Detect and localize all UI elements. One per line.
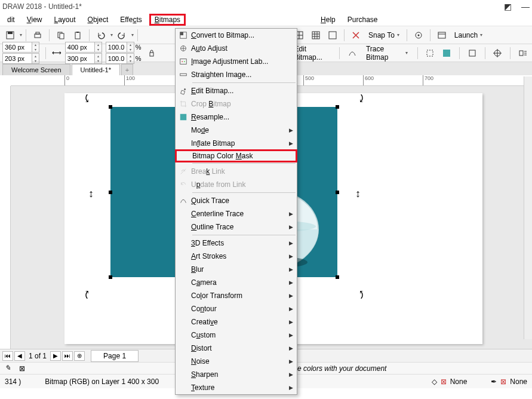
- menu-effects[interactable]: Effects: [115, 14, 146, 25]
- page-prev-button[interactable]: ◀: [14, 351, 25, 361]
- menu-item-blur[interactable]: Blur▶: [176, 263, 297, 276]
- handle-bl[interactable]: [109, 275, 112, 279]
- save-icon[interactable]: [2, 27, 18, 43]
- menu-item-sharpen[interactable]: Sharpen▶: [176, 368, 297, 381]
- menu-item-label: Convert to Bitmap...: [191, 31, 293, 39]
- menu-item-center[interactable]: Centerline Trace▶: [176, 207, 297, 220]
- menu-item-noise[interactable]: Noise▶: [176, 355, 297, 368]
- svg-rect-20: [438, 32, 445, 38]
- undo-icon[interactable]: [93, 27, 109, 43]
- menu-item-convert[interactable]: Convert to Bitmap...: [176, 29, 297, 42]
- handle-ml[interactable]: [109, 191, 112, 194]
- menu-item-custom[interactable]: Custom▶: [176, 329, 297, 342]
- tab-document[interactable]: Untitled-1*: [72, 64, 120, 75]
- menu-item-3d[interactable]: 3D Effects▶: [176, 237, 297, 250]
- tab-add[interactable]: +: [121, 64, 133, 75]
- menu-item-mask[interactable]: Bitmap Color Mask: [175, 149, 297, 162]
- trace-bitmap-button[interactable]: Trace Bitmap▾: [362, 46, 411, 60]
- menu-item-edit[interactable]: Edit Bitmap...: [176, 84, 297, 97]
- menu-item-ial[interactable]: Image Adjustment Lab...: [176, 55, 297, 68]
- menu-item-inflate[interactable]: Inflate Bitmap▶: [176, 137, 297, 150]
- svg-rect-1: [8, 32, 13, 34]
- lock-ratio-icon[interactable]: [145, 45, 158, 61]
- menu-layout[interactable]: Layout: [50, 14, 81, 25]
- menu-item-art[interactable]: Art Strokes▶: [176, 250, 297, 263]
- svg-point-46: [182, 61, 183, 62]
- submenu-arrow-icon: ▶: [289, 319, 293, 325]
- menu-item-texture[interactable]: Texture▶: [176, 381, 297, 394]
- resample-tool-icon[interactable]: [440, 45, 453, 61]
- page-tab[interactable]: Page 1: [91, 350, 139, 362]
- status-fill[interactable]: ◇ ⊠ None: [432, 377, 468, 386]
- menu-purchase[interactable]: Purchase: [343, 14, 383, 25]
- handle-tr[interactable]: [336, 105, 339, 109]
- menu-item-mode[interactable]: Mode▶: [176, 124, 297, 137]
- menu-item-straight[interactable]: Straighten Image...: [176, 68, 297, 81]
- grid2-icon[interactable]: [308, 27, 324, 43]
- menu-item-label: Blur: [191, 265, 287, 274]
- launch-dropdown[interactable]: Launch▾: [451, 28, 486, 42]
- menu-item-contour[interactable]: Contour▶: [176, 302, 297, 315]
- menu-item-distort[interactable]: Distort▶: [176, 342, 297, 355]
- handle-tl[interactable]: [109, 105, 112, 109]
- page-count: 1 of 1: [26, 352, 49, 360]
- redo-icon[interactable]: [114, 27, 130, 43]
- menu-item-colort[interactable]: Color Transform▶: [176, 289, 297, 302]
- menu-item-resample[interactable]: Resample...: [176, 111, 297, 124]
- menu-item-label: Outline Trace: [191, 223, 287, 231]
- menu-item-label: Distort: [191, 344, 287, 352]
- crop-tool-icon[interactable]: [423, 45, 436, 61]
- page-next-button[interactable]: ▶: [50, 351, 61, 361]
- grid3-icon[interactable]: [325, 27, 340, 43]
- menu-item-label: Centerline Trace: [191, 210, 287, 218]
- page-last-button[interactable]: ⏭: [62, 351, 73, 361]
- wrap-icon[interactable]: [516, 45, 530, 61]
- handle-br[interactable]: [336, 275, 339, 279]
- menu-item-crop: Crop Bitmap: [176, 97, 297, 111]
- align-icon[interactable]: [491, 45, 505, 61]
- page-first-button[interactable]: ⏮: [2, 351, 13, 361]
- launch-icon[interactable]: [434, 27, 450, 43]
- transform-icon[interactable]: [466, 45, 479, 61]
- submenu-arrow-icon: ▶: [289, 306, 293, 312]
- right-docker[interactable]: [524, 76, 532, 339]
- x-position-field[interactable]: ▴▾: [2, 42, 39, 53]
- copy-icon[interactable]: [53, 27, 69, 43]
- status-outline[interactable]: ✒ ⊠ None: [491, 377, 527, 386]
- menu-item-break: Break Link: [176, 165, 297, 178]
- menu-item-label: Straighten Image...: [191, 70, 293, 79]
- svg-rect-48: [180, 73, 187, 76]
- handle-mr[interactable]: [336, 191, 339, 194]
- menu-item-auto[interactable]: Auto Adjust: [176, 42, 297, 55]
- hint-text: se colors with your document: [294, 364, 386, 373]
- y-position-field[interactable]: ▴▾: [2, 53, 39, 64]
- paste-icon[interactable]: [70, 27, 85, 43]
- menu-bitmaps[interactable]: Bitmaps: [149, 14, 186, 26]
- menu-object[interactable]: Object: [83, 14, 113, 25]
- page-add-button[interactable]: ⊕: [74, 351, 85, 361]
- print-icon[interactable]: [30, 27, 45, 43]
- scale-y-field[interactable]: ▴▾%: [106, 53, 142, 64]
- menu-item-quick[interactable]: Quick Trace: [176, 194, 297, 207]
- options-icon[interactable]: [411, 27, 426, 43]
- width-field[interactable]: ▴▾: [65, 42, 102, 53]
- height-field[interactable]: ▴▾: [65, 53, 102, 64]
- menu-item-label: Contour: [191, 305, 287, 313]
- menu-item-creative[interactable]: Creative▶: [176, 315, 297, 329]
- menu-item-label: Update from Link: [191, 180, 293, 189]
- svg-rect-45: [180, 59, 187, 65]
- minimize-button[interactable]: —: [521, 2, 530, 11]
- menu-view[interactable]: View: [22, 14, 47, 25]
- menu-help[interactable]: Help: [316, 14, 340, 25]
- menu-edit[interactable]: dit: [2, 14, 20, 25]
- tab-welcome[interactable]: Welcome Screen: [2, 64, 70, 75]
- user-icon[interactable]: ◩: [504, 2, 512, 11]
- snap-to-dropdown[interactable]: Snap To▾: [365, 28, 403, 42]
- menu-item-label: Break Link: [191, 167, 293, 176]
- trace-icon[interactable]: [346, 45, 359, 61]
- menu-item-camera[interactable]: Camera▶: [176, 276, 297, 289]
- menu-item-outline[interactable]: Outline Trace▶: [176, 220, 297, 234]
- svg-point-47: [184, 61, 185, 62]
- snap-icon[interactable]: [348, 27, 364, 43]
- scale-x-field[interactable]: ▴▾%: [106, 42, 142, 53]
